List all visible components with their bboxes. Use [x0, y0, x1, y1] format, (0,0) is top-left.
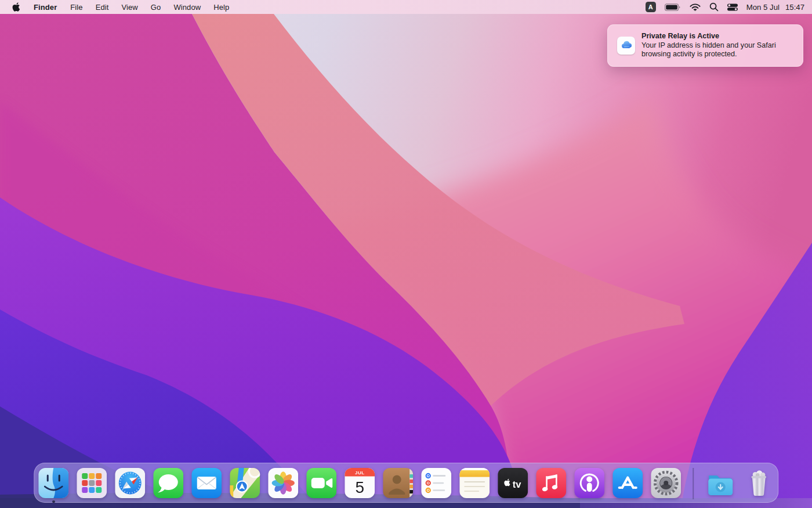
menu-clock[interactable]: Mon 5 Jul 15:47: [746, 3, 804, 12]
menu-item-go[interactable]: Go: [144, 0, 168, 14]
system-preferences-icon: [651, 468, 681, 498]
app-store-icon: [612, 468, 643, 498]
dock-item-calendar[interactable]: JUL 5: [345, 468, 375, 498]
calendar-month: JUL: [355, 470, 365, 475]
dock-item-messages[interactable]: [153, 468, 183, 498]
menu-bar: Finder File Edit View Go Window Help A: [0, 0, 812, 14]
dock-item-trash[interactable]: [744, 468, 774, 498]
dock-item-launchpad[interactable]: [77, 468, 107, 498]
messages-icon: [153, 468, 183, 498]
podcasts-icon: [574, 468, 604, 498]
menu-item-view[interactable]: View: [115, 0, 144, 14]
menu-item-edit[interactable]: Edit: [89, 0, 115, 14]
trash-icon: [744, 468, 774, 498]
apple-tv-icon: tv: [498, 468, 528, 498]
apple-logo-icon: [12, 2, 20, 12]
safari-icon: [115, 468, 145, 498]
dock-item-facetime[interactable]: [306, 468, 336, 498]
dock-divider: [693, 468, 694, 499]
wifi-icon[interactable]: [690, 0, 701, 14]
notification-title: Private Relay is Active: [641, 32, 795, 41]
dock-item-system-preferences[interactable]: [651, 468, 681, 498]
dock-item-maps[interactable]: [230, 468, 260, 498]
running-indicator: [52, 500, 55, 503]
menu-item-help[interactable]: Help: [207, 0, 235, 14]
music-icon: [536, 468, 566, 498]
input-source-indicator[interactable]: A: [646, 2, 656, 12]
icloud-icon: [617, 37, 635, 55]
facetime-icon: [306, 468, 336, 498]
dock-item-photos[interactable]: [268, 468, 298, 498]
dock-item-podcasts[interactable]: [574, 468, 604, 498]
spotlight-search-icon[interactable]: [709, 0, 719, 14]
dock-item-contacts[interactable]: [383, 468, 413, 498]
notes-icon: [459, 468, 490, 498]
apple-menu[interactable]: [6, 0, 27, 14]
control-center-icon[interactable]: [727, 0, 738, 14]
dock: JUL 5: [34, 463, 778, 503]
contacts-icon: [383, 468, 413, 498]
desktop-wallpaper: [0, 0, 812, 508]
menu-item-app[interactable]: Finder: [27, 0, 64, 14]
mail-icon: [191, 468, 222, 498]
battery-icon[interactable]: [665, 0, 681, 14]
dock-item-music[interactable]: [536, 468, 566, 498]
maps-icon: [230, 468, 260, 498]
appletv-label: tv: [513, 479, 521, 489]
launchpad-icon: [77, 468, 107, 498]
dock-item-notes[interactable]: [459, 468, 490, 498]
dock-item-mail[interactable]: [191, 468, 222, 498]
reminders-icon: [421, 468, 451, 498]
notification-body: Your IP address is hidden and your Safar…: [641, 41, 795, 59]
downloads-folder-icon: [705, 468, 735, 498]
notification-private-relay[interactable]: Private Relay is Active Your IP address …: [607, 24, 803, 67]
macos-desktop: { "menu_bar": { "active_app": "Finder", …: [0, 0, 812, 508]
menu-item-window[interactable]: Window: [167, 0, 207, 14]
dock-item-appstore[interactable]: [612, 468, 643, 498]
clock-date: Mon 5 Jul: [746, 3, 780, 12]
dock-item-downloads[interactable]: [705, 468, 735, 498]
clock-time: 15:47: [785, 3, 804, 12]
photos-icon: [268, 468, 298, 498]
calendar-day: 5: [355, 478, 364, 496]
finder-icon: [38, 468, 68, 498]
calendar-icon: JUL 5: [345, 468, 375, 498]
dock-item-appletv[interactable]: tv: [498, 468, 528, 498]
dock-item-finder[interactable]: [38, 468, 68, 498]
dock-item-safari[interactable]: [115, 468, 145, 498]
menu-item-file[interactable]: File: [64, 0, 89, 14]
dock-item-reminders[interactable]: [421, 468, 451, 498]
